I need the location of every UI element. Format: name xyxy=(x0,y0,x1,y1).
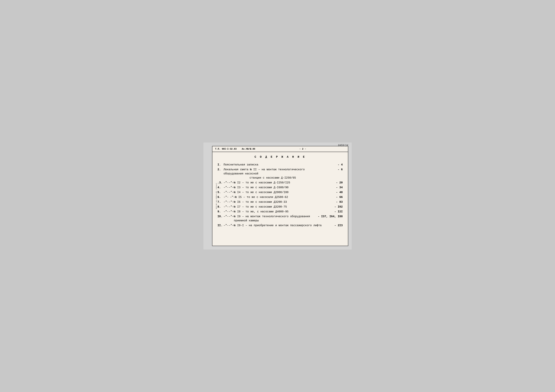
toc-subdash-6: –"– xyxy=(229,195,235,199)
toc-num-11: II. xyxy=(218,223,224,228)
toc-subdash-10: –"– xyxy=(229,214,234,219)
toc-page-1: - 4 xyxy=(322,163,343,167)
toc-num-8: 8. xyxy=(218,205,224,209)
toc-item-10: I0. –"- –"– № I9 – на монтаж технологиче… xyxy=(218,214,343,223)
toc-item-7: 7. –"- –"– № I6 – то же с насосами Д3200… xyxy=(218,200,343,204)
toc-num-2: 2. xyxy=(218,168,224,172)
toc-desc-5: № I4 – то же с насосами Д2000/I00 xyxy=(234,190,322,194)
toc-dash-10: –"- xyxy=(224,214,229,219)
toc-desc-9: № I8 – то же, с насосами Д4000-95 xyxy=(234,210,322,214)
header-row: Т.П. 9ОI-I-32.83 Ах.УШ/Ш.86 - 2 - xyxy=(212,146,348,152)
toc-desc-6: № I5 – то же с насосали Д2500-62 xyxy=(235,195,322,199)
toc-page-2: - 6 xyxy=(322,168,343,172)
toc-subdash-3: –"– xyxy=(229,181,234,185)
page-number: 8459/14 xyxy=(338,144,348,147)
header-doc: Ах.УШ/Ш.86 xyxy=(242,148,255,150)
toc-desc-7: № I6 – то же с насосами Д3200-33 xyxy=(234,200,322,204)
toc-item-5: 5. –"- –"– № I4 – то же с насосами Д2000… xyxy=(218,190,343,194)
toc-item-11: II. –"- –"– № I9-I – на приобретение и м… xyxy=(218,223,343,228)
toc-num-10: I0. xyxy=(218,214,224,219)
toc-desc-2: Локальная смета № II – на монтаж техноло… xyxy=(224,168,322,180)
toc-page-7: - 83 xyxy=(322,200,343,204)
toc-dash-6: –"- xyxy=(224,195,229,199)
toc-num-7: 7. xyxy=(218,200,224,204)
toc-item-4: 4. –"- –"– № I3 – то же с насосами Д-I60… xyxy=(218,185,343,190)
toc-dash-4: –"- xyxy=(224,185,229,190)
toc-item-1: I. Пояснительная записка - 4 xyxy=(218,163,343,167)
toc-page-4: - 34 xyxy=(322,185,343,190)
toc-page-8: - I02 xyxy=(322,205,343,209)
toc-item-2: 2. Локальная смета № II – на монтаж техн… xyxy=(218,168,343,180)
toc-num-3: .3. xyxy=(218,181,224,185)
toc-page-11: - 2I3 xyxy=(322,223,343,228)
section-title: С О Д Е Р Ж А Н И Е xyxy=(218,155,343,159)
toc-dash-7: –"- xyxy=(224,200,229,204)
toc-item-9: 9. –"- –"– № I8 – то же, с насосами Д400… xyxy=(218,210,343,214)
toc-desc-8: № I7 – то же с насосами Д3200-75 xyxy=(234,205,322,209)
toc-desc-11: № I9-I – на приобретение и монтаж пассаж… xyxy=(234,223,322,228)
toc-desc-4: № I3 – то же с насосами Д-I600/90 xyxy=(234,185,322,190)
toc-list: I. Пояснительная записка - 4 2. Локальна… xyxy=(218,163,343,228)
side-label: ЭКЗ №3 экз.500хт₁38. (43экз) xyxy=(216,183,217,209)
toc-page-3: - 20 xyxy=(322,181,343,185)
toc-desc-2-line1: Локальная смета № II – на монтаж техноло… xyxy=(224,168,322,176)
toc-subdash-8: –"– xyxy=(229,205,234,209)
toc-page-5: - 48 xyxy=(322,190,343,194)
toc-subdash-11: –"– xyxy=(229,223,234,228)
toc-page-9: - I2I xyxy=(322,210,343,214)
header-tp: Т.П. 9ОI-I-32.83 xyxy=(215,148,237,150)
toc-subdash-4: –"– xyxy=(229,185,234,190)
toc-num-4: 4. xyxy=(218,185,224,190)
header-page-num: - 2 - xyxy=(299,148,306,150)
toc-page-6: - 66 xyxy=(322,195,343,199)
toc-page-10: - I37, I64, I88 xyxy=(315,214,343,219)
toc-subdash-9: –"– xyxy=(229,210,234,214)
toc-dash-9: –"- xyxy=(224,210,229,214)
toc-dash-11: –"- xyxy=(224,223,229,228)
page-container: 8459/14 ЭКЗ №3 экз.500хт₁38. (43экз) Т.П… xyxy=(204,142,352,250)
toc-num-6: 6. xyxy=(218,195,224,199)
content-area: С О Д Е Р Ж А Н И Е I. Пояснительная зап… xyxy=(212,152,348,246)
toc-num-5: 5. xyxy=(218,190,224,194)
toc-desc-3: № I2 – то же с насосами Д-I250/I25 xyxy=(234,181,322,185)
toc-dash-8: –"- xyxy=(224,205,229,209)
toc-num-1: I. xyxy=(218,163,224,167)
toc-dash-3: –"- xyxy=(224,181,229,185)
toc-item-3: .3. –"- –"– № I2 – то же с насосами Д-I2… xyxy=(218,181,343,185)
main-content: Т.П. 9ОI-I-32.83 Ах.УШ/Ш.86 - 2 - С О Д … xyxy=(212,146,348,246)
toc-subdash-5: –"– xyxy=(229,190,234,194)
toc-item-6: 6. –"- –"– № I5 – то же с насосали Д2500… xyxy=(218,195,343,199)
toc-desc-2-line2: станции с насосами Д-I250/65 xyxy=(224,176,322,180)
toc-desc-10: № I9 – на монтаж технологического оборуд… xyxy=(234,214,315,223)
toc-num-9: 9. xyxy=(218,210,224,214)
toc-subdash-7: –"– xyxy=(229,200,234,204)
toc-dash-5: –"- xyxy=(224,190,229,194)
toc-item-8: 8. –"- –"– № I7 – то же с насосами Д3200… xyxy=(218,205,343,209)
toc-desc-1: Пояснительная записка xyxy=(224,163,322,167)
